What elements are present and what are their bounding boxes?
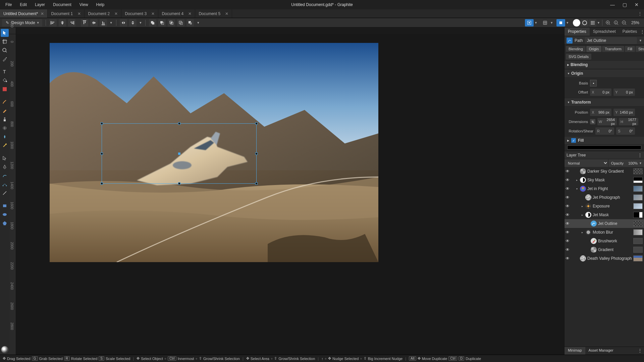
tab-properties[interactable]: Properties bbox=[565, 27, 590, 36]
layer-row[interactable]: 👁▸Motion Blur bbox=[565, 228, 644, 237]
align-bottom-btn[interactable] bbox=[100, 19, 107, 26]
expand-icon[interactable]: ▸ bbox=[575, 179, 579, 182]
select-tool[interactable] bbox=[1, 29, 9, 37]
tab-asset-manager[interactable]: Asset Manager bbox=[585, 347, 617, 355]
selection-box[interactable] bbox=[102, 123, 257, 184]
close-tab-icon[interactable]: ✕ bbox=[114, 11, 118, 16]
document-tab[interactable]: Document 1✕ bbox=[48, 9, 85, 18]
grid-toggle[interactable] bbox=[556, 19, 565, 26]
shape-circle-icon[interactable] bbox=[573, 19, 580, 26]
close-tab-icon[interactable]: ✕ bbox=[188, 11, 192, 16]
tab-palettes[interactable]: Palettes bbox=[619, 27, 640, 36]
bool-union-btn[interactable] bbox=[149, 19, 156, 26]
basis-picker[interactable] bbox=[590, 80, 597, 86]
menu-help[interactable]: Help bbox=[93, 1, 108, 8]
zoom-tool[interactable] bbox=[1, 46, 9, 54]
visibility-icon[interactable]: 👁 bbox=[565, 186, 571, 191]
layer-row[interactable]: 👁Darker Sky Gradient bbox=[565, 167, 644, 176]
layer-row[interactable]: 👁▾Jet in Flight bbox=[565, 184, 644, 193]
align-top-btn[interactable] bbox=[81, 19, 88, 26]
visibility-icon[interactable]: 👁 bbox=[565, 230, 571, 235]
shape-dots-icon[interactable] bbox=[589, 19, 596, 26]
layer-row[interactable]: 👁Death Valley Photograph bbox=[565, 254, 644, 263]
layer-row[interactable]: 👁▸Exposure bbox=[565, 202, 644, 210]
opacity-value[interactable]: 100%▼ bbox=[626, 159, 644, 167]
expand-icon[interactable]: ▸ bbox=[581, 214, 584, 217]
visibility-icon[interactable]: 👁 bbox=[565, 204, 571, 208]
visibility-icon[interactable]: 👁 bbox=[565, 239, 571, 243]
document-tab[interactable]: Document 5✕ bbox=[195, 9, 232, 18]
link-dimensions-icon[interactable]: ⇅ bbox=[590, 119, 595, 124]
line-tool[interactable] bbox=[1, 189, 9, 197]
shear-input[interactable]: S0° bbox=[616, 127, 635, 135]
overlays-toggle[interactable] bbox=[525, 19, 534, 26]
polygon-tool[interactable] bbox=[1, 219, 9, 227]
bottom-more-icon[interactable]: ⋮ bbox=[636, 347, 644, 355]
pos-x-input[interactable]: X986 px bbox=[590, 109, 611, 116]
shape-ring-icon[interactable] bbox=[581, 19, 588, 26]
pen-tool[interactable] bbox=[1, 163, 9, 171]
document-tab[interactable]: Document 2✕ bbox=[85, 9, 121, 18]
zoom-level[interactable]: 25% bbox=[629, 20, 642, 25]
blend-mode-select[interactable]: Normal bbox=[565, 159, 608, 167]
visibility-icon[interactable]: 👁 bbox=[565, 213, 571, 217]
dim-w-input[interactable]: W2654 px bbox=[597, 118, 617, 125]
tab-minimap[interactable]: Minimap bbox=[565, 347, 585, 355]
text-tool[interactable]: T bbox=[1, 68, 9, 76]
bool-intersect-btn[interactable] bbox=[168, 19, 175, 26]
proptab-origin[interactable]: Origin bbox=[586, 46, 601, 52]
zoom-fit-btn[interactable]: 1 bbox=[612, 19, 620, 26]
tab-spreadsheet[interactable]: Spreadsheet bbox=[590, 27, 619, 36]
freehand-tool[interactable] bbox=[1, 172, 9, 180]
heal-tool[interactable] bbox=[1, 124, 9, 132]
layer-row[interactable]: 👁▸Jet Mask bbox=[565, 210, 644, 219]
proptab-blending[interactable]: Blending bbox=[566, 46, 586, 52]
bool-divide-btn[interactable] bbox=[186, 19, 194, 26]
expand-icon[interactable]: ▸ bbox=[581, 205, 584, 208]
section-origin[interactable]: ▼Origin bbox=[565, 69, 644, 78]
menu-view[interactable]: View bbox=[76, 1, 92, 8]
offset-x-input[interactable]: X0 px bbox=[590, 88, 611, 96]
clone-tool[interactable] bbox=[1, 115, 9, 123]
menu-layer[interactable]: Layer bbox=[32, 1, 48, 8]
eyedropper-tool[interactable] bbox=[1, 55, 9, 63]
menu-file[interactable]: File bbox=[2, 1, 15, 8]
menu-edit[interactable]: Edit bbox=[16, 1, 30, 8]
color-swatch[interactable] bbox=[1, 346, 8, 353]
svg-details-btn[interactable]: SVG Details bbox=[566, 54, 591, 60]
artboard-tool[interactable] bbox=[1, 38, 9, 46]
ellipse-tool[interactable] bbox=[1, 210, 9, 219]
expand-icon[interactable]: ▸ bbox=[581, 231, 584, 234]
proptab-fill[interactable]: Fill bbox=[625, 46, 635, 52]
section-fill[interactable]: ▶ ✓ Fill bbox=[565, 137, 644, 144]
window-minimize[interactable]: ― bbox=[607, 1, 618, 8]
fill-tool[interactable] bbox=[1, 76, 9, 84]
align-right-btn[interactable] bbox=[68, 19, 75, 26]
flip-v-btn[interactable] bbox=[129, 19, 137, 26]
fill-checkbox[interactable]: ✓ bbox=[571, 138, 576, 143]
panel-more-icon[interactable]: ⋮ bbox=[640, 27, 644, 36]
selected-layer-name[interactable]: Jet Outline bbox=[585, 37, 637, 44]
window-close[interactable]: ✕ bbox=[631, 1, 642, 8]
visibility-icon[interactable]: 👁 bbox=[565, 256, 571, 261]
layer-row[interactable]: 👁Gradient bbox=[565, 245, 644, 254]
menu-document[interactable]: Document bbox=[50, 1, 75, 8]
layer-row[interactable]: 👁▸Sky Mask bbox=[565, 176, 644, 184]
zoom-out-btn[interactable] bbox=[621, 19, 628, 26]
close-tab-icon[interactable]: ✕ bbox=[151, 11, 155, 16]
align-left-btn[interactable] bbox=[49, 19, 57, 26]
close-tab-icon[interactable]: ✕ bbox=[225, 11, 228, 16]
snap-toggle[interactable] bbox=[541, 19, 549, 26]
zoom-in-btn[interactable] bbox=[604, 19, 612, 26]
viewport[interactable] bbox=[16, 34, 564, 355]
visibility-icon[interactable]: 👁 bbox=[565, 195, 571, 200]
rotation-input[interactable]: R0° bbox=[595, 127, 614, 135]
tabs-more-icon[interactable]: ⋮ bbox=[636, 9, 644, 18]
wand-tool[interactable] bbox=[1, 141, 9, 149]
spline-tool[interactable] bbox=[1, 180, 9, 188]
expand-icon[interactable]: ▾ bbox=[575, 187, 579, 190]
document-tab[interactable]: Untitled Document*✕ bbox=[0, 9, 48, 18]
gradient-tool[interactable] bbox=[1, 85, 9, 93]
proptab-stroke[interactable]: Stroke bbox=[636, 46, 644, 52]
layertree-more-icon[interactable]: ⋮ bbox=[638, 153, 642, 158]
